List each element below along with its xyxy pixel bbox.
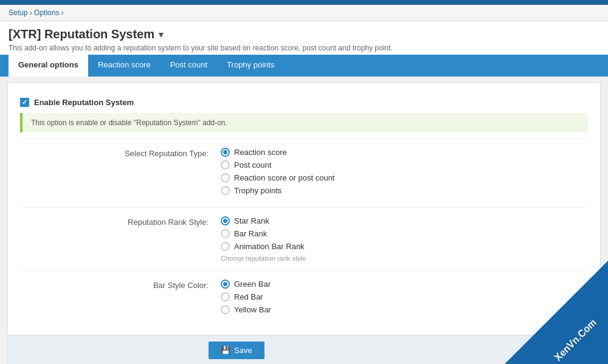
radio-reaction-score[interactable]: Reaction score bbox=[221, 148, 588, 157]
bar-color-row: Bar Style Color: Green Bar Red Bar Yello… bbox=[20, 270, 588, 326]
radio-reaction-score-label: Reaction score bbox=[234, 148, 287, 157]
radio-animation-bar-rank[interactable]: Animation Bar Rank bbox=[221, 242, 588, 251]
page-title-text: [XTR] Reputation System bbox=[9, 27, 154, 41]
radio-animation-bar-rank-circle[interactable] bbox=[221, 242, 230, 251]
breadcrumb-sep-2: › bbox=[61, 9, 64, 17]
enable-checkbox[interactable] bbox=[20, 98, 29, 107]
radio-bar-rank-circle[interactable] bbox=[221, 229, 230, 238]
tab-trophy-points[interactable]: Trophy points bbox=[217, 55, 284, 77]
radio-post-count-label: Post count bbox=[234, 160, 271, 170]
tab-reaction-score[interactable]: Reaction score bbox=[88, 55, 161, 77]
radio-bar-rank[interactable]: Bar Rank bbox=[221, 229, 588, 238]
enable-label: Enable Reputation System bbox=[34, 98, 134, 107]
watermark-triangle bbox=[505, 261, 608, 364]
radio-trophy-points-label: Trophy points bbox=[234, 186, 282, 195]
radio-green-bar-circle[interactable] bbox=[221, 280, 230, 289]
radio-bar-rank-label: Bar Rank bbox=[234, 229, 267, 238]
enable-row: Enable Reputation System bbox=[20, 92, 588, 113]
breadcrumb: Setup › Options › bbox=[0, 5, 608, 21]
radio-post-count[interactable]: Post count bbox=[221, 160, 588, 170]
rank-style-row: Reputation Rank Style: Star Rank Bar Ran… bbox=[20, 207, 588, 270]
reputation-type-row: Select Reputation Type: Reaction score P… bbox=[20, 139, 588, 207]
radio-yellow-bar-circle[interactable] bbox=[221, 305, 230, 314]
radio-yellow-bar-label: Yellow Bar bbox=[234, 305, 271, 314]
title-dropdown-icon[interactable]: ▼ bbox=[157, 30, 165, 39]
radio-red-bar-circle[interactable] bbox=[221, 292, 230, 301]
radio-star-rank-circle[interactable] bbox=[221, 216, 230, 225]
radio-reaction-or-post[interactable]: Reaction score or post count bbox=[221, 173, 588, 182]
radio-reaction-or-post-circle[interactable] bbox=[221, 173, 230, 182]
radio-star-rank-label: Star Rank bbox=[234, 216, 269, 225]
radio-trophy-points-circle[interactable] bbox=[221, 186, 230, 195]
page-description: This add-on allows you to adding a reput… bbox=[9, 44, 599, 52]
save-label: Save bbox=[234, 346, 252, 355]
radio-trophy-points[interactable]: Trophy points bbox=[221, 186, 588, 195]
tab-post-count[interactable]: Post count bbox=[161, 55, 217, 77]
tab-general-options[interactable]: General options bbox=[9, 55, 88, 77]
rank-style-options: Star Rank Bar Rank Animation Bar Rank Ch… bbox=[221, 216, 588, 262]
page-header: [XTR] Reputation System ▼ This add-on al… bbox=[0, 21, 608, 55]
tabs-bar: General options Reaction score Post coun… bbox=[0, 55, 608, 77]
radio-reaction-score-circle[interactable] bbox=[221, 148, 230, 157]
breadcrumb-options[interactable]: Options bbox=[34, 9, 59, 17]
reputation-type-options: Reaction score Post count Reaction score… bbox=[221, 148, 588, 199]
save-button[interactable]: 💾 Save bbox=[209, 342, 264, 359]
reputation-type-label: Select Reputation Type: bbox=[20, 148, 221, 158]
radio-star-rank[interactable]: Star Rank bbox=[221, 216, 588, 225]
top-bar bbox=[0, 0, 608, 5]
radio-post-count-circle[interactable] bbox=[221, 160, 230, 170]
breadcrumb-sep-1: › bbox=[30, 9, 32, 17]
info-box: This option is enable or disable "Reputa… bbox=[20, 113, 588, 132]
breadcrumb-setup[interactable]: Setup bbox=[9, 9, 27, 17]
bar-color-label: Bar Style Color: bbox=[20, 280, 221, 290]
rank-style-label: Reputation Rank Style: bbox=[20, 216, 221, 227]
radio-red-bar-label: Red Bar bbox=[234, 292, 263, 301]
radio-reaction-or-post-label: Reaction score or post count bbox=[234, 173, 334, 182]
page-title: [XTR] Reputation System ▼ bbox=[9, 27, 599, 41]
radio-animation-bar-rank-label: Animation Bar Rank bbox=[234, 242, 305, 251]
radio-green-bar-label: Green Bar bbox=[234, 280, 271, 289]
save-icon: 💾 bbox=[221, 346, 230, 355]
